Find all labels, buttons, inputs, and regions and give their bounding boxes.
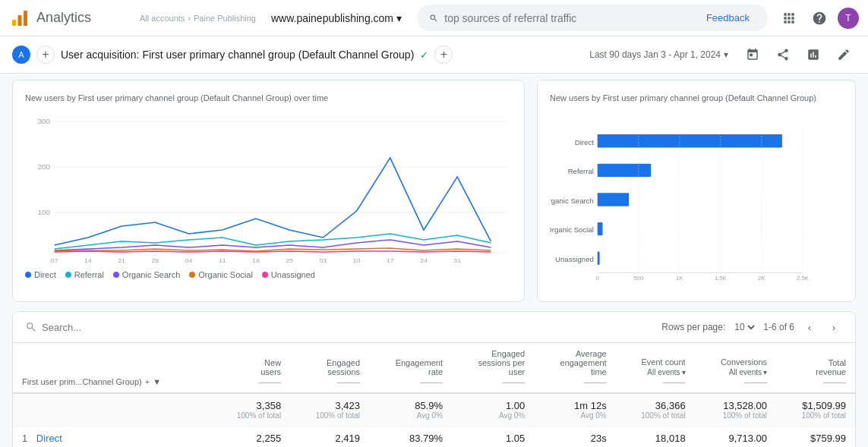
page-header-right: Last 90 days Jan 3 - Apr 1, 2024 ▾ — [583, 42, 856, 67]
totals-row: 3,358 100% of total 3,423 100% of total … — [13, 393, 855, 427]
svg-text:31: 31 — [453, 257, 461, 264]
svg-text:1.5K: 1.5K — [715, 275, 728, 282]
next-page-button[interactable]: › — [825, 318, 843, 336]
event-count-header[interactable]: Event count All events ▾ ——— — [616, 343, 695, 393]
svg-text:200: 200 — [38, 163, 51, 171]
table-search[interactable] — [25, 321, 655, 333]
add-section-button[interactable]: + — [434, 46, 453, 64]
new-users-header[interactable]: Newusers ——— — [211, 343, 290, 393]
table-toolbar: Rows per page: 10 25 50 1-6 of 6 ‹ › — [13, 312, 855, 343]
line-chart-svg: 300 200 100 — [25, 112, 512, 264]
channel-direct-link[interactable]: Direct — [36, 433, 62, 444]
add-comparison-button[interactable]: + — [36, 46, 55, 64]
page-user-icon: A — [12, 46, 30, 64]
pagination-info: 1-6 of 6 — [763, 322, 794, 332]
apps-icon — [781, 11, 797, 26]
engaged-sessions-header[interactable]: Engagedsessions ——— — [290, 343, 369, 393]
data-table: Rows per page: 10 25 50 1-6 of 6 ‹ › Fir… — [12, 311, 856, 447]
svg-rect-0 — [12, 20, 16, 26]
edit-button[interactable] — [832, 42, 856, 67]
prev-page-button[interactable]: ‹ — [800, 318, 819, 336]
svg-text:10: 10 — [353, 257, 361, 264]
svg-text:0: 0 — [596, 275, 599, 282]
legend-organic-social: Organic Social — [189, 270, 253, 279]
engaged-per-user-header[interactable]: Engagedsessions peruser ——— — [452, 343, 534, 393]
insights-icon — [806, 48, 820, 61]
legend-direct: Direct — [25, 270, 56, 279]
svg-text:04: 04 — [185, 257, 193, 264]
svg-text:2.5K: 2.5K — [797, 275, 810, 282]
svg-text:Direct: Direct — [575, 138, 594, 146]
table-row: 1 Direct 2,255 2,419 83.79% 1.05 23s 18,… — [13, 427, 855, 447]
search-input[interactable] — [444, 12, 694, 24]
avg-engagement-header[interactable]: Averageengagementtime ——— — [534, 343, 615, 393]
conversions-header[interactable]: Conversions All events ▾ ——— — [695, 343, 776, 393]
legend-dot-organic-social — [189, 272, 195, 278]
svg-text:Referral: Referral — [568, 168, 594, 176]
legend-dot-organic-search — [113, 272, 119, 278]
page-header-left: A + User acquisition: First user primary… — [12, 46, 577, 64]
svg-text:24: 24 — [420, 257, 428, 264]
logo-area: Analytics — [9, 8, 131, 29]
svg-text:Organic Search: Organic Search — [550, 197, 594, 205]
svg-text:03: 03 — [319, 257, 327, 264]
engagement-rate-header[interactable]: Engagementrate ——— — [369, 343, 452, 393]
date-range-selector[interactable]: Last 90 days Jan 3 - Apr 1, 2024 ▾ — [583, 46, 734, 63]
help-icon-button[interactable] — [807, 6, 832, 30]
revenue-header[interactable]: Totalrevenue ——— — [776, 343, 855, 393]
breadcrumb: All accounts › Paine Publishing — [140, 14, 256, 23]
edit-icon — [837, 48, 851, 61]
bar-chart-title: New users by First user primary channel … — [550, 93, 843, 103]
compare-dates-button[interactable] — [740, 42, 765, 67]
svg-rect-1 — [18, 15, 22, 26]
user-avatar[interactable]: T — [838, 8, 859, 29]
title-check-icon: ✓ — [420, 49, 428, 61]
line-chart-title: New users by First user primary channel … — [25, 93, 512, 103]
feedback-button[interactable]: Feedback — [700, 9, 756, 27]
rows-per-page-label: Rows per page: — [661, 322, 725, 332]
legend-dot-unassigned — [262, 272, 268, 278]
insights-button[interactable] — [801, 42, 825, 67]
bar-chart-svg: Direct Referral Organic Search Organic S… — [550, 112, 843, 287]
rows-per-page-select[interactable]: 10 25 50 — [731, 321, 757, 333]
chevron-down-icon: ▾ — [396, 12, 402, 24]
svg-rect-2 — [24, 11, 27, 26]
table-toolbar-right: Rows per page: 10 25 50 1-6 of 6 ‹ › — [661, 318, 843, 336]
chart-legend: Direct Referral Organic Search Organic S… — [25, 270, 512, 279]
legend-unassigned: Unassigned — [262, 270, 315, 279]
bar-chart-panel: New users by First user primary channel … — [537, 80, 856, 302]
svg-rect-31 — [598, 194, 629, 206]
svg-text:21: 21 — [118, 257, 125, 264]
main-content: New users by First user primary channel … — [0, 74, 868, 447]
svg-text:1K: 1K — [676, 275, 683, 282]
svg-text:25: 25 — [286, 257, 293, 264]
svg-text:300: 300 — [38, 118, 51, 125]
conv-filter-chevron: ▾ — [763, 368, 767, 376]
svg-rect-27 — [598, 134, 782, 147]
svg-text:500: 500 — [633, 275, 643, 282]
sort-desc-icon: ▼ — [153, 377, 161, 386]
nav-icons: T — [777, 6, 859, 30]
apps-icon-button[interactable] — [777, 6, 801, 30]
search-bar[interactable]: Feedback — [417, 5, 768, 31]
channel-column-header[interactable]: First user prim...Channel Group) + ▼ — [13, 343, 211, 393]
svg-text:14: 14 — [84, 257, 92, 264]
svg-rect-29 — [598, 164, 651, 177]
analytics-logo-icon — [9, 8, 30, 29]
calendar-icon — [746, 48, 759, 61]
svg-text:17: 17 — [387, 257, 394, 264]
legend-dot-referral — [65, 272, 71, 278]
add-dimension-button[interactable]: + — [145, 377, 150, 386]
table-search-input[interactable] — [42, 322, 169, 333]
svg-text:07: 07 — [51, 257, 58, 264]
acquisition-table: First user prim...Channel Group) + ▼ New… — [13, 343, 855, 447]
page-title: User acquisition: First user primary cha… — [61, 49, 414, 61]
search-icon — [429, 12, 438, 24]
svg-text:Organic Social: Organic Social — [550, 226, 594, 235]
share-icon — [776, 48, 790, 61]
charts-area: New users by First user primary channel … — [12, 80, 856, 302]
svg-text:18: 18 — [252, 257, 260, 264]
svg-text:Unassigned: Unassigned — [555, 255, 594, 263]
share-button[interactable] — [771, 42, 795, 67]
domain-selector[interactable]: www.painepublishing.com ▾ — [265, 9, 408, 27]
